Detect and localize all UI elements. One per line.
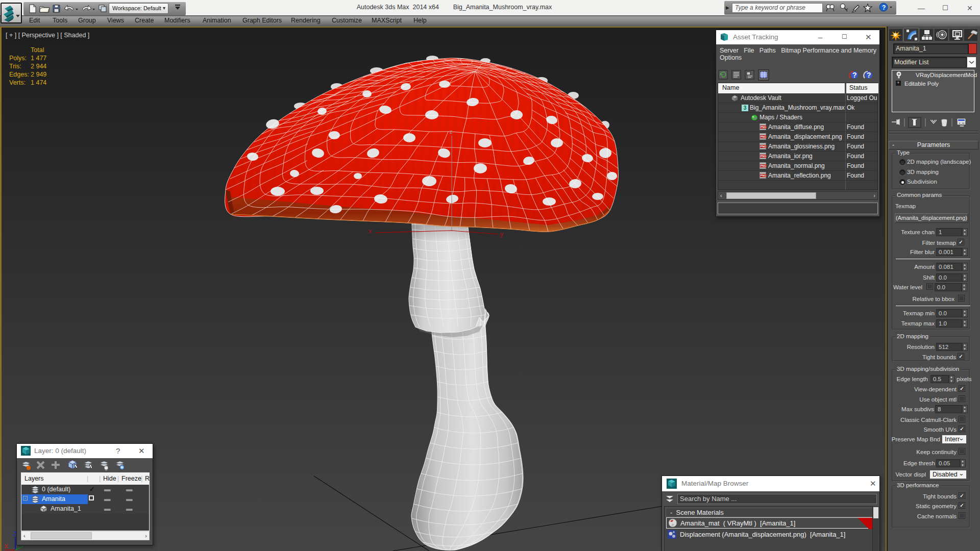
svg-text:X: X	[4, 543, 8, 550]
svg-text:y: y	[500, 231, 503, 238]
svg-text:x: x	[369, 228, 372, 235]
svg-text:z: z	[450, 129, 453, 135]
svg-text:?: ?	[852, 71, 857, 79]
svg-text:?: ?	[882, 4, 886, 11]
svg-text:?: ?	[867, 71, 871, 79]
